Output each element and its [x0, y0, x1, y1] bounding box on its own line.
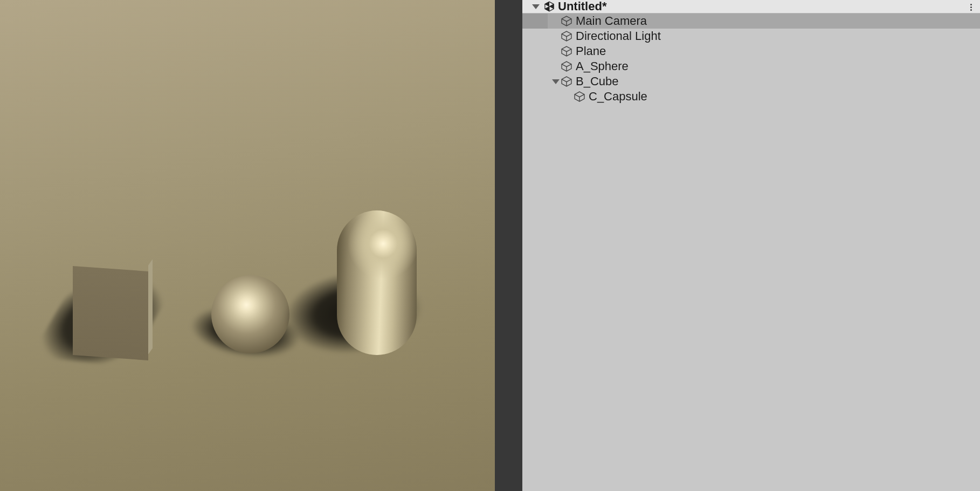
- hierarchy-item-c-capsule[interactable]: C_Capsule: [522, 89, 980, 104]
- hierarchy-panel: Untitled* Main CameraDirectional LightPl…: [522, 0, 980, 491]
- svg-marker-2: [545, 2, 549, 6]
- hierarchy-item-plane[interactable]: Plane: [522, 44, 980, 59]
- scene-object-capsule[interactable]: [337, 210, 417, 355]
- hierarchy-item-label: B_Cube: [576, 74, 619, 88]
- viewport-edge: [495, 0, 501, 491]
- scene-name-label[interactable]: Untitled*: [558, 0, 606, 13]
- gameobject-icon: [574, 91, 585, 103]
- hierarchy-item-label: A_Sphere: [576, 59, 629, 73]
- row-gutter: [522, 29, 548, 44]
- hierarchy-item-main-camera[interactable]: Main Camera: [522, 13, 980, 29]
- hierarchy-item-a-sphere[interactable]: A_Sphere: [522, 59, 980, 74]
- scene-object-cube[interactable]: [73, 259, 148, 362]
- pane-divider[interactable]: [501, 0, 522, 491]
- svg-marker-3: [549, 4, 554, 9]
- chevron-down-icon[interactable]: [552, 79, 560, 84]
- hierarchy-tree: Main CameraDirectional LightPlaneA_Spher…: [522, 13, 980, 104]
- scene-object-sphere[interactable]: [211, 275, 289, 353]
- hierarchy-item-b-cube[interactable]: B_Cube: [522, 74, 980, 89]
- row-gutter: [522, 44, 548, 59]
- row-gutter: [522, 74, 548, 89]
- svg-marker-4: [545, 6, 549, 11]
- scene-foldout-icon[interactable]: [532, 4, 540, 9]
- foldout-slot[interactable]: [551, 79, 561, 84]
- scene-viewport[interactable]: [0, 0, 501, 491]
- gameobject-icon: [561, 15, 572, 27]
- hierarchy-item-label: Main Camera: [576, 14, 647, 28]
- unity-logo-icon: [544, 1, 555, 12]
- gameobject-icon: [561, 76, 572, 87]
- row-gutter: [522, 89, 548, 104]
- hierarchy-item-label: C_Capsule: [589, 90, 647, 104]
- gameobject-icon: [561, 60, 572, 72]
- hierarchy-item-directional-light[interactable]: Directional Light: [522, 29, 980, 44]
- hierarchy-item-label: Directional Light: [576, 29, 661, 43]
- panel-menu-button[interactable]: [966, 2, 976, 12]
- hierarchy-header[interactable]: Untitled*: [522, 0, 980, 13]
- row-gutter: [522, 13, 548, 29]
- gameobject-icon: [561, 45, 572, 57]
- gameobject-icon: [561, 30, 572, 42]
- hierarchy-item-label: Plane: [576, 44, 606, 58]
- row-gutter: [522, 59, 548, 74]
- scene-object-plane[interactable]: [0, 0, 495, 491]
